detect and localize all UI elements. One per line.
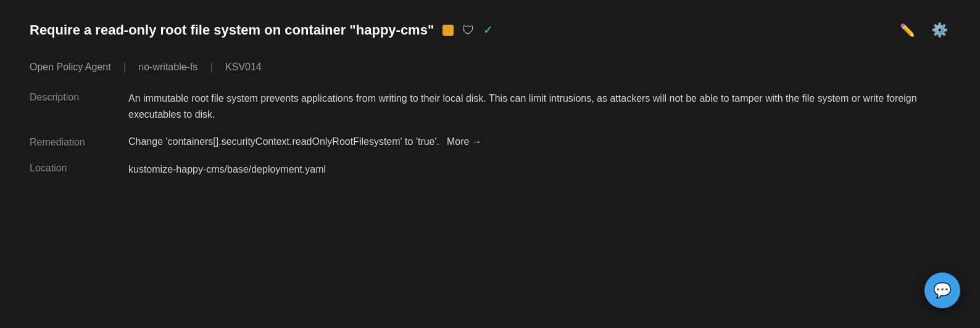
status-square-icon xyxy=(442,25,454,36)
chat-bubble-button[interactable]: 💬 xyxy=(924,273,960,308)
more-link[interactable]: More → xyxy=(447,136,481,147)
policy-id-label: KSV014 xyxy=(213,62,274,73)
settings-button[interactable]: ⚙️ xyxy=(929,20,950,41)
arrow-icon: → xyxy=(471,136,481,147)
edit-icon: ✏️ xyxy=(900,23,915,37)
header-actions: ✏️ ⚙️ xyxy=(897,20,950,41)
gear-icon: ⚙️ xyxy=(931,22,948,38)
policy-label: no-writable-fs xyxy=(126,62,210,73)
remediation-text: Change 'containers[].securityContext.rea… xyxy=(128,136,439,147)
header-left: Require a read-only root file system on … xyxy=(30,22,492,38)
page-title: Require a read-only root file system on … xyxy=(30,22,434,38)
chat-icon: 💬 xyxy=(933,282,952,299)
detail-grid: Description An immutable root file syste… xyxy=(30,91,950,178)
location-value: kustomize-happy-cms/base/deployment.yaml xyxy=(128,162,950,178)
shield-icon: 🛡 xyxy=(462,23,475,38)
location-label: Location xyxy=(30,162,128,178)
more-label: More xyxy=(447,136,469,147)
header-row: Require a read-only root file system on … xyxy=(30,20,950,41)
remediation-value: Change 'containers[].securityContext.rea… xyxy=(128,136,950,148)
chevron-down-icon: ✓ xyxy=(483,23,492,37)
provider-label: Open Policy Agent xyxy=(30,62,123,73)
remediation-label: Remediation xyxy=(30,136,128,148)
description-value: An immutable root file system prevents a… xyxy=(128,91,950,122)
description-label: Description xyxy=(30,91,128,122)
edit-button[interactable]: ✏️ xyxy=(897,20,918,40)
meta-row: Open Policy Agent | no-writable-fs | KSV… xyxy=(30,60,950,73)
